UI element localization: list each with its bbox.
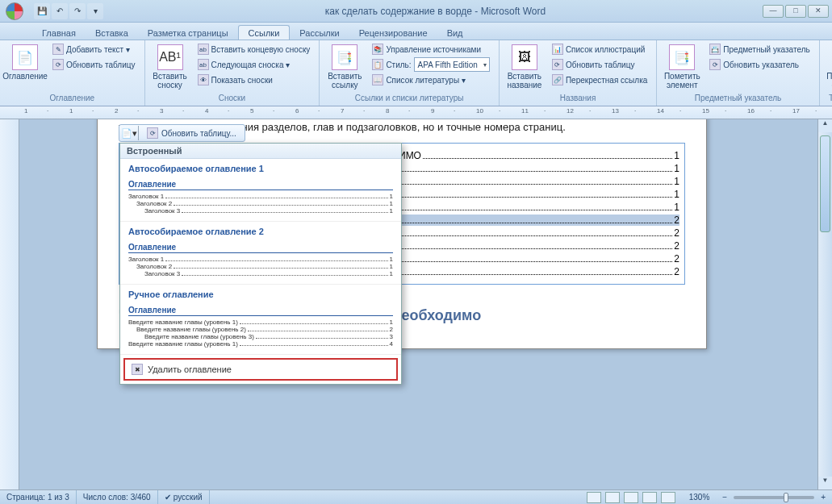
toc-update-button[interactable]: ⟳Обновить таблицу... bbox=[139, 127, 245, 139]
tab-layout[interactable]: Разметка страницы bbox=[138, 26, 238, 40]
update-index-label: Обновить указатель bbox=[723, 60, 799, 69]
gallery-header: Встроенный bbox=[120, 144, 401, 159]
horizontal-ruler[interactable]: 1·1·2·3·4·5·6·7·8·9·10·11·12·13·14·15·16… bbox=[0, 106, 832, 119]
tab-references[interactable]: Ссылки bbox=[238, 25, 291, 40]
group-captions-label: Названия bbox=[504, 93, 651, 104]
tab-home[interactable]: Главная bbox=[32, 26, 86, 40]
maximize-button[interactable]: □ bbox=[785, 5, 806, 18]
page: только актуальные названия разделов, гла… bbox=[97, 119, 707, 349]
gallery-item-auto1[interactable]: Автособираемое оглавление 1 Оглавление З… bbox=[120, 159, 401, 222]
group-captions: 🖼 Вставить название 📊Список иллюстраций … bbox=[500, 40, 657, 106]
qat-customize-icon[interactable]: ▾ bbox=[87, 3, 103, 19]
insert-index-label: Предметный указатель bbox=[723, 45, 809, 54]
scroll-up-icon[interactable]: ▲ bbox=[818, 119, 832, 132]
insert-caption-label: Вставить название bbox=[507, 72, 542, 90]
citation-style-combo[interactable]: APA Fifth Edition bbox=[414, 57, 490, 72]
style-label: Стиль: bbox=[386, 60, 411, 69]
toc-menu-chip[interactable]: 📄▾ bbox=[119, 126, 139, 140]
zoom-slider-knob[interactable] bbox=[784, 493, 788, 502]
workspace: ⌐ 1·1·2·3·4·5·6·7·8·9·10·11·12·13·14·15·… bbox=[0, 106, 832, 489]
update-table-button[interactable]: ⟳Обновить таблицу bbox=[48, 57, 140, 72]
insert-citation-label: Вставить ссылку bbox=[327, 72, 362, 90]
window-title: как сделать содержание в ворде - Microso… bbox=[108, 6, 763, 17]
tab-mailings[interactable]: Рассылки bbox=[290, 26, 349, 40]
zoom-out-button[interactable]: − bbox=[716, 490, 734, 504]
status-page[interactable]: Страница: 1 из 3 bbox=[0, 490, 77, 504]
mark-entry-button[interactable]: 📑 Пометить элемент bbox=[662, 42, 702, 92]
zoom-in-button[interactable]: + bbox=[814, 490, 832, 504]
gallery-preview: Оглавление Заголовок 11Заголовок 21Загол… bbox=[128, 241, 393, 279]
tab-review[interactable]: Рецензирование bbox=[349, 26, 437, 40]
document-area[interactable]: только актуальные названия разделов, гла… bbox=[19, 119, 817, 489]
quick-access-toolbar: 💾 ↶ ↷ ▾ bbox=[29, 3, 108, 19]
toc-content-control[interactable]: 📄▾ ⟳Обновить таблицу... Встроенный Автос… bbox=[119, 143, 685, 285]
tab-insert[interactable]: Вставка bbox=[86, 26, 138, 40]
delete-toc-label: Удалить оглавление bbox=[148, 364, 232, 374]
crossref-icon: 🔗 bbox=[552, 74, 563, 85]
vertical-scrollbar[interactable]: ▲ ▼ bbox=[817, 119, 832, 489]
table-of-figures-button[interactable]: 📊Список иллюстраций bbox=[548, 42, 651, 56]
insert-footnote-button[interactable]: AB¹ Вставить сноску bbox=[150, 42, 190, 92]
citation-style-row: 📋Стиль: APA Fifth Edition bbox=[368, 57, 494, 72]
group-citations: 📑 Вставить ссылку 📚Управление источникам… bbox=[320, 40, 500, 106]
undo-button[interactable]: ↶ bbox=[52, 3, 68, 19]
view-buttons bbox=[579, 490, 683, 504]
add-text-button[interactable]: ✎Добавить текст ▾ bbox=[48, 42, 140, 56]
add-text-label: Добавить текст bbox=[66, 45, 123, 54]
insert-endnote-button[interactable]: abВставить концевую сноску bbox=[194, 42, 315, 56]
caption-icon: 🖼 bbox=[512, 44, 537, 70]
group-authorities: 📑 Пометить ссылку Таблица ссылок bbox=[820, 40, 832, 106]
vertical-ruler[interactable] bbox=[0, 119, 19, 489]
scroll-down-icon[interactable]: ▼ bbox=[818, 477, 832, 489]
tab-view[interactable]: Вид bbox=[437, 26, 473, 40]
refresh-icon: ⟳ bbox=[709, 59, 721, 70]
mark-entry-label: Пометить элемент bbox=[664, 72, 700, 90]
next-footnote-label: Следующая сноска bbox=[211, 60, 284, 69]
delete-toc-button[interactable]: ✖ Удалить оглавление bbox=[123, 358, 398, 381]
group-toc-label: Оглавление bbox=[5, 93, 140, 104]
mark-entry-icon: 📑 bbox=[669, 44, 695, 70]
minimize-button[interactable]: — bbox=[763, 5, 784, 18]
insert-citation-button[interactable]: 📑 Вставить ссылку bbox=[324, 42, 365, 92]
scrollbar-thumb[interactable] bbox=[820, 135, 830, 232]
next-footnote-button[interactable]: abСледующая сноска ▾ bbox=[194, 57, 315, 72]
status-bar: Страница: 1 из 3 Число слов: 3/460 ✔русс… bbox=[0, 489, 832, 504]
show-footnotes-button[interactable]: 👁Показать сноски bbox=[194, 73, 315, 87]
office-button[interactable] bbox=[0, 0, 29, 23]
manage-sources-button[interactable]: 📚Управление источниками bbox=[368, 42, 494, 56]
gallery-item-manual[interactable]: Ручное оглавление Оглавление Введите наз… bbox=[120, 285, 401, 355]
mark-citation-button[interactable]: 📑 Пометить ссылку bbox=[825, 42, 832, 92]
update-table-label: Обновить таблицу bbox=[66, 60, 136, 69]
cross-reference-button[interactable]: 🔗Перекрестная ссылка bbox=[548, 73, 651, 87]
toc-button[interactable]: 📄 Оглавление bbox=[5, 42, 45, 83]
save-button[interactable]: 💾 bbox=[34, 3, 50, 19]
status-language[interactable]: ✔русский bbox=[158, 490, 210, 504]
zoom-level[interactable]: 130% bbox=[683, 490, 717, 504]
view-outline-button[interactable] bbox=[642, 492, 657, 503]
close-button[interactable]: ✕ bbox=[808, 5, 829, 18]
index-icon: 📇 bbox=[709, 44, 721, 55]
preview-heading: Оглавление bbox=[128, 180, 393, 190]
view-fullscreen-button[interactable] bbox=[605, 492, 620, 503]
ribbon-tabs: Главная Вставка Разметка страницы Ссылки… bbox=[0, 23, 832, 40]
group-index-label: Предметный указатель bbox=[662, 93, 813, 104]
update-figures-button[interactable]: ⟳Обновить таблицу bbox=[548, 57, 651, 72]
insert-caption-button[interactable]: 🖼 Вставить название bbox=[504, 42, 545, 92]
insert-index-button[interactable]: 📇Предметный указатель bbox=[705, 42, 813, 56]
update-index-button[interactable]: ⟳Обновить указатель bbox=[705, 57, 813, 72]
status-words[interactable]: Число слов: 3/460 bbox=[77, 490, 158, 504]
view-web-button[interactable] bbox=[624, 492, 638, 503]
toc-update-label: Обновить таблицу... bbox=[161, 129, 236, 138]
redo-button[interactable]: ↷ bbox=[69, 3, 86, 19]
delete-icon: ✖ bbox=[132, 364, 143, 375]
zoom-slider[interactable] bbox=[734, 496, 814, 499]
bibliography-button[interactable]: 📖Список литературы ▾ bbox=[368, 73, 494, 87]
refresh-icon: ⟳ bbox=[52, 59, 64, 70]
window-controls: — □ ✕ bbox=[763, 5, 832, 18]
view-draft-button[interactable] bbox=[661, 492, 675, 503]
view-print-layout-button[interactable] bbox=[587, 492, 601, 503]
gallery-item-title: Ручное оглавление bbox=[128, 289, 393, 299]
gallery-item-auto2[interactable]: Автособираемое оглавление 2 Оглавление З… bbox=[120, 222, 401, 285]
group-citations-label: Ссылки и списки литературы bbox=[324, 93, 494, 104]
citation-icon: 📑 bbox=[332, 44, 357, 70]
